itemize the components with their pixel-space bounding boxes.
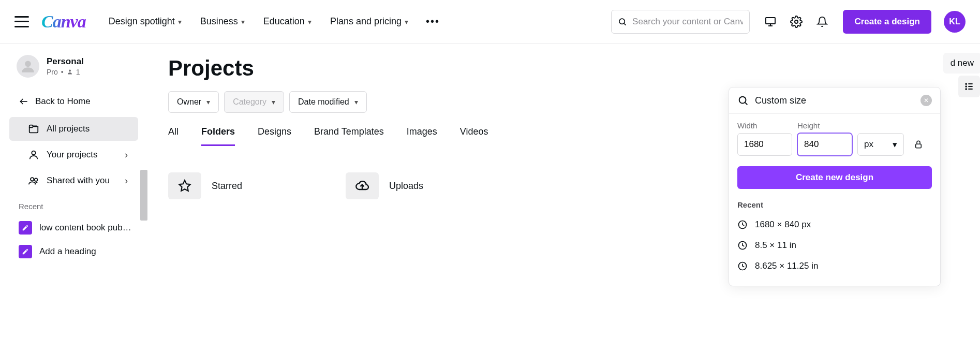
bell-icon[interactable] xyxy=(814,13,830,30)
popover-recent-label: Recent xyxy=(737,200,932,209)
list-view-toggle[interactable] xyxy=(958,76,980,97)
star-icon xyxy=(168,172,201,199)
tab-designs[interactable]: Designs xyxy=(258,126,291,146)
search-icon xyxy=(618,17,627,27)
svg-point-9 xyxy=(32,151,35,155)
svg-point-0 xyxy=(619,19,625,24)
chevron-down-icon: ▾ xyxy=(308,18,311,26)
chevron-right-icon: › xyxy=(125,150,128,160)
sidebar-item-label: Shared with you xyxy=(47,176,110,186)
recent-size-label: 8.625 × 11.25 in xyxy=(755,261,818,271)
nav-label: Education xyxy=(263,16,305,27)
recent-size-item[interactable]: 8.5 × 11 in xyxy=(737,235,932,256)
tab-images[interactable]: Images xyxy=(407,126,437,146)
page-title: Projects xyxy=(168,56,959,81)
account-avatar[interactable] xyxy=(17,55,39,78)
clock-icon xyxy=(737,240,748,251)
create-new-design-button[interactable]: Create new design xyxy=(737,166,932,189)
filter-date-modified[interactable]: Date modified▾ xyxy=(289,91,367,113)
arrow-left-icon xyxy=(19,96,29,107)
unit-select[interactable]: px ▾ xyxy=(857,133,904,156)
folder-starred[interactable]: Starred xyxy=(168,172,242,199)
nav-plans[interactable]: Plans and pricing▾ xyxy=(330,16,408,27)
nav-label: Plans and pricing xyxy=(330,16,402,27)
recent-size-item[interactable]: 8.625 × 11.25 in xyxy=(737,256,932,276)
tab-all[interactable]: All xyxy=(168,126,179,146)
menu-button[interactable] xyxy=(14,16,29,27)
settings-icon[interactable] xyxy=(788,13,805,30)
pen-icon xyxy=(19,221,32,235)
svg-rect-2 xyxy=(766,18,775,24)
svg-point-14 xyxy=(966,86,967,87)
sidebar-scrollbar[interactable] xyxy=(140,170,147,335)
canva-logo[interactable]: Canva xyxy=(41,12,86,32)
folder-uploads[interactable]: Uploads xyxy=(346,172,423,199)
pen-icon xyxy=(19,245,32,258)
chevron-down-icon: ▾ xyxy=(206,98,210,106)
sidebar-item-your-projects[interactable]: Your projects › xyxy=(9,143,138,167)
tab-folders[interactable]: Folders xyxy=(201,126,235,146)
tab-brand-templates[interactable]: Brand Templates xyxy=(314,126,384,146)
popover-title: Custom size xyxy=(755,95,914,106)
back-label: Back to Home xyxy=(35,96,91,107)
back-to-home[interactable]: Back to Home xyxy=(0,88,147,117)
chevron-down-icon: ▾ xyxy=(272,98,275,106)
chevron-down-icon: ▾ xyxy=(241,18,245,26)
search-icon xyxy=(737,95,749,106)
sidebar-item-shared[interactable]: Shared with you › xyxy=(9,169,138,193)
svg-point-20 xyxy=(739,97,746,104)
sidebar-item-label: All projects xyxy=(47,124,90,134)
recent-design-item[interactable]: low content book publ… xyxy=(0,216,147,240)
filter-label: Owner xyxy=(177,97,201,107)
filter-category: Category▾ xyxy=(224,91,284,113)
chevron-down-icon: ▾ xyxy=(405,18,408,26)
svg-point-7 xyxy=(69,70,71,72)
filter-label: Category xyxy=(233,97,266,107)
search-input[interactable] xyxy=(632,17,743,27)
lock-aspect-button[interactable] xyxy=(909,133,928,156)
filter-label: Date modified xyxy=(298,97,349,107)
svg-line-21 xyxy=(745,103,747,105)
width-input[interactable] xyxy=(737,133,792,156)
recent-design-item[interactable]: Add a heading xyxy=(0,240,147,264)
account-name: Personal xyxy=(47,56,84,67)
desktop-icon[interactable] xyxy=(762,13,779,30)
more-menu[interactable]: ••• xyxy=(426,16,440,27)
clock-icon xyxy=(737,261,748,271)
sidebar-item-label: Your projects xyxy=(47,150,98,160)
nav-label: Business xyxy=(200,16,238,27)
chevron-down-icon: ▾ xyxy=(354,98,358,106)
filter-owner[interactable]: Owner▾ xyxy=(168,91,219,113)
recent-item-label: Add a heading xyxy=(39,246,96,257)
unit-label: px xyxy=(864,139,873,150)
svg-marker-18 xyxy=(179,180,190,191)
folders-icon xyxy=(28,123,39,135)
svg-point-10 xyxy=(31,178,34,181)
account-sub: Pro• 1 xyxy=(47,68,84,76)
cloud-upload-icon xyxy=(346,172,379,199)
svg-line-1 xyxy=(625,23,626,25)
nav-label: Design spotlight xyxy=(109,16,175,27)
sidebar: Personal Pro• 1 Back to Home All project… xyxy=(0,43,147,351)
svg-point-12 xyxy=(966,83,967,84)
user-avatar[interactable]: KL xyxy=(944,11,966,33)
svg-point-6 xyxy=(25,61,31,67)
svg-point-16 xyxy=(966,89,967,90)
create-design-button[interactable]: Create a design xyxy=(843,10,931,34)
chevron-down-icon: ▾ xyxy=(178,18,182,26)
recent-size-item[interactable]: 1680 × 840 px xyxy=(737,214,932,235)
nav-business[interactable]: Business▾ xyxy=(200,16,245,27)
sidebar-item-all-projects[interactable]: All projects xyxy=(9,117,138,141)
folder-label: Uploads xyxy=(389,181,423,192)
clear-search-button[interactable]: ✕ xyxy=(920,95,932,106)
recent-section-label: Recent xyxy=(0,195,147,216)
nav-education[interactable]: Education▾ xyxy=(263,16,311,27)
folder-label: Starred xyxy=(212,181,242,192)
tab-videos[interactable]: Videos xyxy=(460,126,488,146)
global-search[interactable] xyxy=(611,10,750,34)
nav-design-spotlight[interactable]: Design spotlight▾ xyxy=(109,16,182,27)
height-input[interactable] xyxy=(797,133,852,156)
recent-size-label: 8.5 × 11 in xyxy=(755,240,796,251)
add-new-button-partial[interactable]: d new xyxy=(943,53,980,74)
chevron-right-icon: › xyxy=(125,176,128,186)
